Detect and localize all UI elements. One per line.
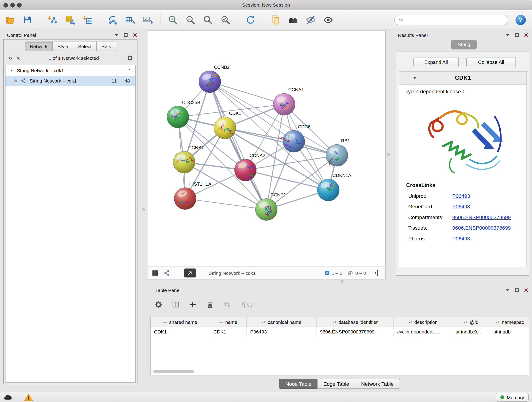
- zoom-selected-icon[interactable]: [220, 15, 231, 25]
- genecard-link[interactable]: P06493: [452, 204, 470, 210]
- pan-move-icon[interactable]: [374, 269, 381, 276]
- expand-all-button[interactable]: Expand All: [413, 57, 459, 67]
- protein-header[interactable]: CDK1: [399, 71, 526, 85]
- cell-namespace[interactable]: stringdb: [490, 327, 530, 337]
- network-node-CCNB2[interactable]: CCNB2: [199, 65, 230, 93]
- table-horizontal-scrollbar[interactable]: [153, 370, 194, 373]
- memory-button[interactable]: Memory: [496, 393, 529, 402]
- network-edge[interactable]: [210, 82, 284, 104]
- sort-icon: [219, 320, 223, 324]
- refresh-icon[interactable]: [245, 15, 256, 25]
- network-node-HIST1H1A[interactable]: HIST1H1A: [174, 182, 211, 210]
- network-graph[interactable]: CCNB2CCNA1CDC25BCDK1CDC6RB1CCNB1CCNA2CDK…: [147, 31, 385, 266]
- network-edge[interactable]: [210, 82, 266, 210]
- new-network-icon[interactable]: [108, 15, 118, 25]
- tab-network[interactable]: Network: [25, 42, 53, 51]
- pharos-link[interactable]: P06493: [452, 236, 470, 242]
- import-network-database-icon[interactable]: [65, 15, 75, 25]
- uniprot-link[interactable]: P06493: [452, 193, 470, 199]
- panel-close-icon[interactable]: [524, 33, 529, 38]
- show-columns-icon[interactable]: [172, 301, 179, 308]
- warning-icon[interactable]: [24, 393, 33, 402]
- column-header-database-identifier[interactable]: database identifier: [317, 317, 394, 327]
- tab-string[interactable]: String: [451, 40, 477, 49]
- birdseye-view-button[interactable]: [184, 269, 196, 278]
- expand-all-icon[interactable]: [16, 56, 21, 61]
- network-node-CCNA1[interactable]: CCNA1: [273, 87, 304, 115]
- grid-view-icon[interactable]: [152, 269, 158, 276]
- network-node-CDKN1A[interactable]: CDKN1A: [317, 173, 351, 201]
- tissues-link[interactable]: 9606.ENSP00000378699: [452, 225, 511, 231]
- column-header-description[interactable]: description: [394, 317, 452, 327]
- export-image-icon[interactable]: [143, 15, 153, 25]
- panel-float-icon[interactable]: [123, 33, 128, 38]
- network-node-CCNB1[interactable]: CCNB1: [173, 145, 204, 173]
- search-box[interactable]: [394, 15, 508, 25]
- export-table-icon[interactable]: [125, 15, 135, 25]
- cell-description[interactable]: cyclin-dependent ...: [394, 327, 452, 337]
- home-layouts-icon[interactable]: [288, 15, 298, 25]
- table-panel-tabs: Node Table Edge Table Network Table: [150, 379, 530, 389]
- panel-close-icon[interactable]: [133, 33, 138, 38]
- delete-column-icon[interactable]: [206, 301, 214, 308]
- tab-network-table[interactable]: Network Table: [355, 379, 400, 389]
- import-table-file-icon[interactable]: [82, 15, 93, 25]
- tab-sets[interactable]: Sets: [96, 42, 116, 51]
- network-collection-row[interactable]: String Network – cdk1 1: [6, 65, 135, 76]
- hide-annotations-icon[interactable]: [306, 15, 316, 25]
- cell-database-identifier[interactable]: 9606.ENSP00000378699: [317, 327, 394, 337]
- zoom-out-icon[interactable]: [185, 15, 196, 25]
- column-header-namespace[interactable]: namespac: [490, 317, 530, 327]
- copy-document-icon[interactable]: [271, 15, 281, 25]
- horizontal-splitter-handle[interactable]: [341, 280, 343, 283]
- network-edge[interactable]: [185, 198, 266, 210]
- cell-shared-name[interactable]: CDK1: [151, 327, 210, 337]
- add-column-icon[interactable]: [189, 301, 196, 308]
- cell-canonical-name[interactable]: P06493: [247, 327, 317, 337]
- cell-id[interactable]: stringdb:9...: [452, 327, 490, 337]
- save-session-icon[interactable]: [22, 15, 33, 25]
- compartments-link[interactable]: 9606.ENSP00000378699: [452, 214, 511, 220]
- tree-expand-caret-icon[interactable]: [10, 69, 14, 73]
- panel-menu-caret-icon[interactable]: [505, 33, 510, 38]
- network-node-CDC25B[interactable]: CDC25B: [167, 100, 200, 128]
- network-node-RB1[interactable]: RB1: [326, 138, 350, 166]
- right-splitter-handle[interactable]: [387, 153, 390, 156]
- panel-float-icon[interactable]: [515, 33, 519, 38]
- table-settings-gear-icon[interactable]: [155, 301, 162, 308]
- network-overview-icon[interactable]: [163, 269, 170, 276]
- column-header-shared-name[interactable]: shared name: [151, 317, 210, 327]
- collapse-all-button[interactable]: Collapse All: [467, 57, 516, 67]
- left-splitter-handle[interactable]: [142, 208, 145, 211]
- import-network-file-icon[interactable]: [47, 15, 58, 25]
- help-button[interactable]: ?: [515, 15, 526, 25]
- panel-close-icon[interactable]: [524, 288, 529, 293]
- zoom-fit-icon[interactable]: [203, 15, 213, 25]
- column-header-name[interactable]: name: [210, 317, 247, 327]
- tab-edge-table[interactable]: Edge Table: [317, 379, 355, 389]
- application-window: Session: New Session ? Control Panel: [0, 0, 532, 402]
- tab-node-table[interactable]: Node Table: [279, 379, 317, 389]
- search-input[interactable]: [407, 17, 504, 23]
- panel-float-icon[interactable]: [515, 288, 519, 293]
- cell-name[interactable]: CDK1: [210, 327, 247, 337]
- panel-menu-caret-icon[interactable]: [505, 288, 510, 293]
- show-graphics-details-icon[interactable]: [323, 15, 333, 25]
- cloud-status-icon[interactable]: [3, 393, 12, 402]
- network-view-canvas[interactable]: CCNB2CCNA1CDC25BCDK1CDC6RB1CCNB1CCNA2CDK…: [147, 30, 386, 267]
- network-row[interactable]: String Network – cdk1 11 48: [6, 76, 135, 86]
- protein-details-card: CDK1 cyclin-dependent kinase 1 CrossLink…: [399, 71, 527, 267]
- tab-select[interactable]: Select: [73, 42, 96, 51]
- protein-collapse-caret-icon[interactable]: [412, 75, 417, 80]
- panel-menu-caret-icon[interactable]: [114, 33, 119, 38]
- zoom-in-icon[interactable]: [168, 15, 178, 25]
- column-header-id[interactable]: @id: [452, 317, 490, 327]
- collapse-all-icon[interactable]: [8, 56, 13, 61]
- network-options-gear-icon[interactable]: [127, 55, 133, 61]
- table-row[interactable]: CDK1 CDK1 P06493 9606.ENSP00000378699 cy…: [151, 327, 529, 337]
- column-header-canonical-name[interactable]: canonical name: [247, 317, 317, 327]
- tab-style[interactable]: Style: [52, 42, 73, 51]
- open-session-icon[interactable]: [5, 15, 15, 25]
- network-node-count: 11: [112, 78, 117, 84]
- sort-icon: [496, 320, 500, 324]
